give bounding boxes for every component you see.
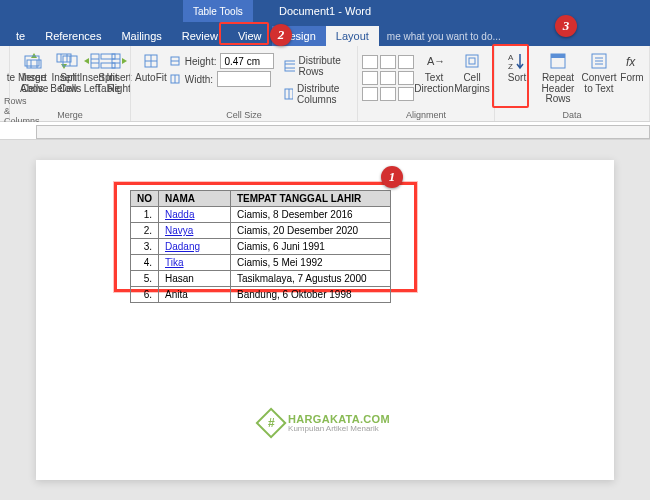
svg-rect-16 [101,63,115,68]
text-direction-button[interactable]: A→Text Direction [416,49,452,94]
group-label-cell-size: Cell Size [135,108,353,120]
cell-nama: Navya [159,223,231,239]
convert-to-text-button[interactable]: Convert to Text [581,49,617,94]
cell-ttl: Bandung, 6 Oktober 1998 [231,287,391,303]
watermark-subtitle: Kumpulan Artikel Menarik [288,425,390,433]
annotation-box-layout-tab [219,22,269,45]
cell-nama: Dadang [159,239,231,255]
table-row[interactable]: 2.NavyaCiamis, 20 Desember 2020 [131,223,391,239]
width-label: Width: [185,74,213,85]
cell-ttl: Tasikmalaya, 7 Agustus 2000 [231,271,391,287]
tab-layout[interactable]: Layout [326,26,379,46]
group-cell-size: AutoFit Height: Width: Distribute Rows D… [131,46,358,121]
table-row[interactable]: 4.TikaCiamis, 5 Mei 1992 [131,255,391,271]
repeat-header-rows-button[interactable]: Repeat Header Rows [537,49,579,105]
col-nama: NAMA [159,191,231,207]
cell-ttl: Ciamis, 20 Desember 2020 [231,223,391,239]
cell-nama: Anita [159,287,231,303]
col-no: NO [131,191,159,207]
cell-margins-button[interactable]: Cell Margins [454,49,490,94]
tab-partial[interactable]: te [6,26,35,46]
autofit-button[interactable]: AutoFit [135,49,167,84]
watermark: # HARGAKATA.COM Kumpulan Artikel Menarik [260,412,390,434]
table-row[interactable]: 6.AnitaBandung, 6 Oktober 1998 [131,287,391,303]
col-ttl: TEMPAT TANGGAL LAHIR [231,191,391,207]
cell-no: 2. [131,223,159,239]
group-label-data: Data [499,108,645,120]
document-area: NO NAMA TEMPAT TANGGAL LAHIR 1.NaddaCiam… [0,140,650,500]
ribbon-tabs: te References Mailings Review View Desig… [0,22,650,46]
table-row[interactable]: 5.HasanTasikmalaya, 7 Agustus 2000 [131,271,391,287]
svg-rect-15 [101,54,115,59]
cell-ttl: Ciamis, 8 Desember 2016 [231,207,391,223]
split-cells-button[interactable]: Split Cells [52,49,88,94]
annotation-marker-2: 2 [270,24,292,46]
cell-ttl: Ciamis, 5 Mei 1992 [231,255,391,271]
formula-button[interactable]: fxForm [619,49,645,84]
group-label-alignment: Alignment [362,108,490,120]
split-table-button[interactable]: Split Table [90,49,126,94]
alignment-grid[interactable] [362,49,414,101]
svg-rect-12 [25,56,39,66]
width-input[interactable] [217,71,271,87]
document-title: Document1 - Word [279,5,371,17]
width-icon [169,73,181,85]
svg-rect-24 [285,61,294,71]
height-input[interactable] [220,53,274,69]
cell-no: 4. [131,255,159,271]
group-merge: Merge Cells Split Cells Split Table Merg… [10,46,131,121]
svg-text:A→: A→ [427,55,443,67]
svg-rect-32 [469,58,475,64]
svg-rect-35 [551,54,565,58]
merge-cells-button[interactable]: Merge Cells [14,49,50,94]
cell-nama: Hasan [159,271,231,287]
group-alignment: A→Text Direction Cell Margins Alignment [358,46,495,121]
cell-no: 5. [131,271,159,287]
table-tools-context-label: Table Tools [183,0,253,22]
horizontal-ruler[interactable] [0,122,650,140]
tell-me-input[interactable]: me what you want to do... [387,27,501,46]
cell-no: 3. [131,239,159,255]
data-table[interactable]: NO NAMA TEMPAT TANGGAL LAHIR 1.NaddaCiam… [130,190,391,303]
title-bar: Table Tools Document1 - Word [0,0,650,22]
page: NO NAMA TEMPAT TANGGAL LAHIR 1.NaddaCiam… [36,160,614,480]
table-row[interactable]: 1.NaddaCiamis, 8 Desember 2016 [131,207,391,223]
group-label-merge: Merge [14,108,126,120]
group-rows-columns: te Insert Above Insert Below Insert Left… [0,46,10,121]
cell-no: 6. [131,287,159,303]
tab-references[interactable]: References [35,26,111,46]
annotation-marker-1: 1 [381,166,403,188]
distribute-columns-button[interactable]: Distribute Columns [284,83,349,105]
svg-rect-31 [466,55,478,67]
watermark-title: HARGAKATA.COM [288,414,390,425]
cell-nama: Tika [159,255,231,271]
table-row[interactable]: 3.DadangCiamis, 6 Juni 1991 [131,239,391,255]
ribbon: te Insert Above Insert Below Insert Left… [0,46,650,122]
group-data: AZSort Repeat Header Rows Convert to Tex… [495,46,650,121]
tab-mailings[interactable]: Mailings [111,26,171,46]
annotation-box-sort [492,44,529,108]
cell-ttl: Ciamis, 6 Juni 1991 [231,239,391,255]
height-label: Height: [185,56,217,67]
cell-no: 1. [131,207,159,223]
svg-text:fx: fx [626,55,636,69]
distribute-rows-button[interactable]: Distribute Rows [284,55,349,77]
cell-nama: Nadda [159,207,231,223]
watermark-logo-icon: # [256,407,287,438]
height-icon [169,55,181,67]
table-header-row: NO NAMA TEMPAT TANGGAL LAHIR [131,191,391,207]
annotation-marker-3: 3 [555,15,577,37]
